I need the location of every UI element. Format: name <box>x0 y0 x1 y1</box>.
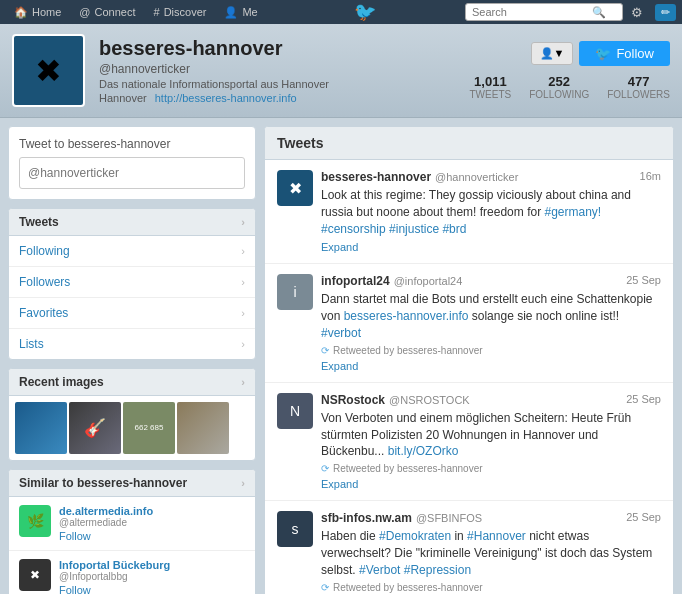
tweet-expand-1[interactable]: Expand <box>321 360 661 372</box>
similar-name-2: Infoportal Bückeburg <box>59 559 245 571</box>
tweet-avatar-0: ✖ <box>277 170 313 206</box>
tweet-avatar-2: N <box>277 393 313 429</box>
tweet-text-1: Dann startet mal die Bots und erstellt e… <box>321 291 661 341</box>
nav-me-label: Me <box>242 6 257 18</box>
avatar-icon: ✖ <box>35 52 62 90</box>
following-label: Following <box>19 244 70 258</box>
recent-images-header: Recent images › <box>9 369 255 396</box>
nav-connect[interactable]: @ Connect <box>71 4 143 20</box>
similar-item-1: 🌿 de.altermedia.info @altermediade Follo… <box>9 497 255 551</box>
nav-following[interactable]: Following › <box>9 236 255 267</box>
search-bar[interactable]: 🔍 <box>465 3 623 21</box>
profile-stats: 👤▼ 🐦 Follow 1,011 TWEETS 252 FOLLOWING 4… <box>470 41 670 100</box>
tweet-text-2: Von Verboten und einem möglichen Scheite… <box>321 410 661 460</box>
bird-icon: 🐦 <box>595 46 611 61</box>
settings-button[interactable]: ⚙ <box>625 3 649 22</box>
tweets-nav-box: Tweets › Following › Followers › Favorit… <box>8 208 256 360</box>
chevron-right-icon: › <box>241 307 245 319</box>
nav-home-label: Home <box>32 6 61 18</box>
tweets-nav-chevron: › <box>241 216 245 228</box>
left-sidebar: Tweet to besseres-hannover Tweets › Foll… <box>8 126 256 594</box>
tweet-avatar-1: i <box>277 274 313 310</box>
nav-connect-label: Connect <box>95 6 136 18</box>
tweet-time-3: 25 Sep <box>626 511 661 525</box>
chevron-right-icon: › <box>241 338 245 350</box>
similar-item-2: ✖ Infoportal Bückeburg @Infoportalbbg Fo… <box>9 551 255 594</box>
similar-info-1: de.altermedia.info @altermediade Follow <box>59 505 245 542</box>
similar-handle-1: @altermediade <box>59 517 245 528</box>
image-thumb-1[interactable] <box>15 402 67 454</box>
main-content: Tweet to besseres-hannover Tweets › Foll… <box>0 118 682 594</box>
tweet-body-2: NSRostock@NSROSTOCK 25 Sep Von Verboten … <box>321 393 661 490</box>
similar-name-1: de.altermedia.info <box>59 505 245 517</box>
nav-discover[interactable]: # Discover <box>146 4 215 20</box>
similar-header: Similar to besseres-hannover › <box>9 470 255 497</box>
similar-info-2: Infoportal Bückeburg @Infoportalbbg Foll… <box>59 559 245 594</box>
followers-stat: 477 FOLLOWERS <box>607 74 670 100</box>
chevron-right-icon: › <box>241 477 245 489</box>
tweets-nav-header: Tweets › <box>9 209 255 236</box>
tweet-item-2: N NSRostock@NSROSTOCK 25 Sep Von Verbote… <box>265 383 673 501</box>
chevron-right-icon: › <box>241 276 245 288</box>
tweet-expand-2[interactable]: Expand <box>321 478 661 490</box>
retweet-text-3: Retweeted by besseres-hannover <box>333 582 483 593</box>
home-icon: 🏠 <box>14 6 28 19</box>
tweets-nav-title: Tweets <box>19 215 59 229</box>
following-label: FOLLOWING <box>529 89 589 100</box>
tweet-text-0: Look at this regime: They gossip vicious… <box>321 187 661 237</box>
tweets-label: TWEETS <box>470 89 512 100</box>
similar-follow-1[interactable]: Follow <box>59 530 245 542</box>
profile-handle: @hannoverticker <box>99 62 456 76</box>
image-thumb-2[interactable]: 🎸 <box>69 402 121 454</box>
tweet-handle-0: @hannoverticker <box>435 171 518 183</box>
tweet-time-2: 25 Sep <box>626 393 661 407</box>
tweet-body-1: infoportal24@infoportal24 25 Sep Dann st… <box>321 274 661 371</box>
twitter-bird-icon: 🐦 <box>354 1 376 23</box>
followers-label: FOLLOWERS <box>607 89 670 100</box>
nav-me[interactable]: 👤 Me <box>216 4 265 21</box>
tweets-column-header: Tweets <box>265 127 673 160</box>
tweet-body-3: sfb-infos.nw.am@SFBINFOS 25 Sep Haben di… <box>321 511 661 594</box>
similar-section: Similar to besseres-hannover › 🌿 de.alte… <box>8 469 256 594</box>
followers-count: 477 <box>628 74 650 89</box>
tweets-count: 1,011 <box>474 74 507 89</box>
lists-label: Lists <box>19 337 44 351</box>
follow-button-label: Follow <box>616 46 654 61</box>
images-grid: 🎸 662 685 <box>9 396 255 460</box>
image-thumb-3[interactable]: 662 685 <box>123 402 175 454</box>
retweet-text-2: Retweeted by besseres-hannover <box>333 463 483 474</box>
retweeted-by-2: ⟳Retweeted by besseres-hannover <box>321 463 661 474</box>
tweet-meta-3: sfb-infos.nw.am@SFBINFOS 25 Sep <box>321 511 661 525</box>
tweet-box: Tweet to besseres-hannover <box>8 126 256 200</box>
tweet-input[interactable] <box>19 157 245 189</box>
tweet-handle-3: @SFBINFOS <box>416 512 482 524</box>
similar-follow-2[interactable]: Follow <box>59 584 245 594</box>
nav-lists[interactable]: Lists › <box>9 329 255 359</box>
profile-name: besseres-hannover <box>99 37 456 60</box>
image-thumb-4[interactable] <box>177 402 229 454</box>
search-input[interactable] <box>472 6 592 18</box>
nav-favorites[interactable]: Favorites › <box>9 298 255 329</box>
compose-button[interactable]: ✏ <box>655 4 676 21</box>
profile-website[interactable]: http://besseres-hannover.info <box>155 92 297 104</box>
follow-button[interactable]: 🐦 Follow <box>579 41 670 66</box>
retweeted-by-1: ⟳Retweeted by besseres-hannover <box>321 345 661 356</box>
avatar: ✖ <box>12 34 85 107</box>
tweet-expand-0[interactable]: Expand <box>321 241 661 253</box>
profile-header: ✖ besseres-hannover @hannoverticker Das … <box>0 24 682 118</box>
nav-followers[interactable]: Followers › <box>9 267 255 298</box>
location-text: Hannover <box>99 92 147 104</box>
favorites-label: Favorites <box>19 306 68 320</box>
connect-icon: @ <box>79 6 90 18</box>
profile-bio: Das nationale Informationsportal aus Han… <box>99 78 456 90</box>
tweet-author-3: sfb-infos.nw.am <box>321 511 412 525</box>
person-dropdown-button[interactable]: 👤▼ <box>531 42 574 65</box>
nav-home[interactable]: 🏠 Home <box>6 4 69 21</box>
tweet-time-0: 16m <box>640 170 661 184</box>
tweet-body-0: besseres-hannover@hannoverticker 16m Loo… <box>321 170 661 253</box>
chevron-right-icon: › <box>241 245 245 257</box>
retweet-icon: ⟳ <box>321 463 329 474</box>
recent-images-label: Recent images <box>19 375 104 389</box>
tweet-meta-0: besseres-hannover@hannoverticker 16m <box>321 170 661 184</box>
stats-grid: 1,011 TWEETS 252 FOLLOWING 477 FOLLOWERS <box>470 74 670 100</box>
